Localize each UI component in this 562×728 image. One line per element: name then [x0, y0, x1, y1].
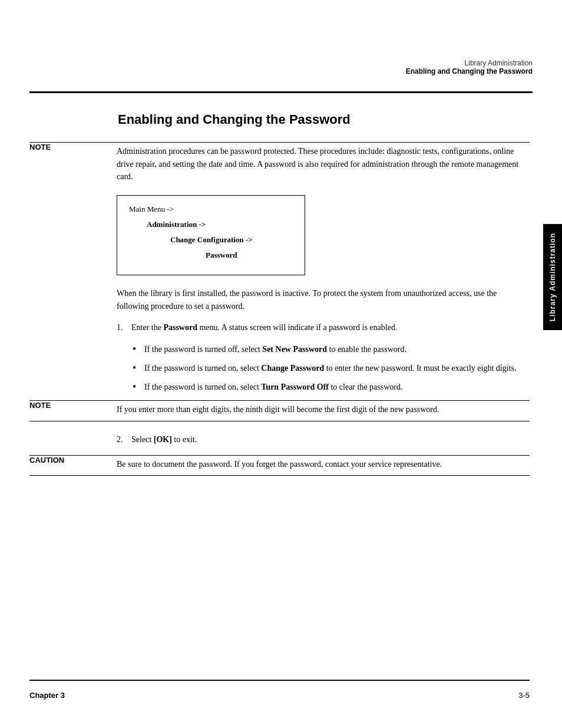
- page-title: Enabling and Changing the Password: [118, 112, 530, 127]
- numbered-item-1-text: Enter the Password menu. A status screen…: [131, 321, 397, 334]
- page-container: Library Administration Library Administr…: [0, 0, 562, 728]
- bullet-item-2: • If the password is turned on, select C…: [133, 362, 530, 375]
- numbered-item-2: 2. Select [OK] to exit.: [117, 433, 530, 446]
- bullet-dot-1: •: [133, 343, 144, 356]
- note-1-label: NOTE: [29, 142, 117, 183]
- note-2-section: NOTE If you enter more than eight digits…: [29, 400, 530, 421]
- numbered-item-2-num: 2.: [117, 433, 131, 446]
- header-area: Library Administration Enabling and Chan…: [406, 59, 533, 75]
- caution-label: CAUTION: [29, 455, 117, 476]
- bullet-text-3: If the password is turned on, select Tur…: [144, 381, 530, 394]
- bullet-item-3: • If the password is turned on, select T…: [133, 381, 530, 394]
- bullet-dot-2: •: [133, 362, 144, 375]
- main-content: Enabling and Changing the Password NOTE …: [29, 100, 530, 487]
- bullet-dot-3: •: [133, 381, 144, 394]
- numbered-list: 1. Enter the Password menu. A status scr…: [117, 321, 530, 334]
- bullet-text-1: If the password is turned off, select Se…: [144, 343, 530, 356]
- footer-page: 3-5: [518, 691, 530, 700]
- numbered-item-1: 1. Enter the Password menu. A status scr…: [117, 321, 530, 334]
- menu-line-3: Change Configuration ->: [129, 235, 293, 245]
- bullet-text-2: If the password is turned on, select Cha…: [144, 362, 530, 375]
- caution-section: CAUTION Be sure to document the password…: [29, 455, 530, 476]
- body-para-1: When the library is first installed, the…: [117, 287, 530, 312]
- side-tab-label: Library Administration: [548, 233, 557, 321]
- numbered-list-2: 2. Select [OK] to exit.: [117, 433, 530, 446]
- footer-chapter: Chapter 3: [29, 691, 65, 700]
- bullet-list: • If the password is turned off, select …: [133, 343, 530, 393]
- numbered-item-2-text: Select [OK] to exit.: [131, 433, 197, 446]
- footer-rule: [29, 680, 530, 681]
- menu-line-4: Password: [129, 251, 293, 260]
- bullet-item-1: • If the password is turned off, select …: [133, 343, 530, 356]
- top-rule: [29, 91, 533, 93]
- note-1-content: Administration procedures can be passwor…: [117, 142, 530, 183]
- menu-box: Main Menu -> Administration -> Change Co…: [117, 195, 305, 275]
- menu-line-1: Main Menu ->: [129, 205, 293, 214]
- menu-line-2: Administration ->: [129, 220, 293, 229]
- header-bold-line: Enabling and Changing the Password: [406, 67, 533, 75]
- side-tab: Library Administration: [543, 224, 562, 330]
- numbered-item-1-num: 1.: [117, 321, 131, 334]
- footer: Chapter 3 3-5: [29, 691, 530, 700]
- note-2-label: NOTE: [29, 400, 117, 421]
- caution-content: Be sure to document the password. If you…: [117, 455, 530, 476]
- note-1-section: NOTE Administration procedures can be pa…: [29, 142, 530, 183]
- note-2-content: If you enter more than eight digits, the…: [117, 400, 530, 421]
- header-top-line: Library Administration: [406, 59, 533, 67]
